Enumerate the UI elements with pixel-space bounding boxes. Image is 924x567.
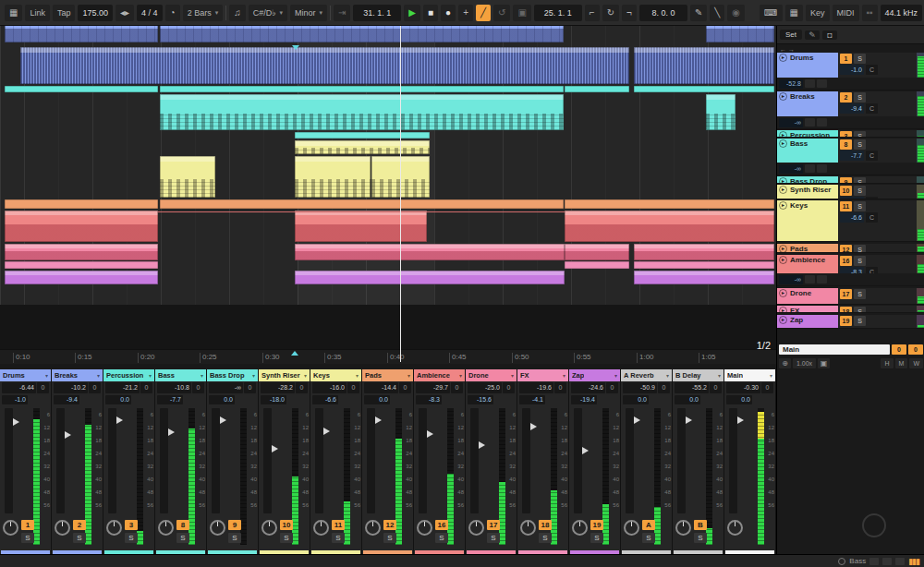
solo-button[interactable]: S	[176, 533, 189, 543]
clip-percussion-1[interactable]	[5, 86, 158, 92]
record-button[interactable]: ●	[441, 5, 456, 21]
strip-fold-icon[interactable]: ▾	[770, 372, 772, 379]
zoom-preset-m[interactable]: M	[895, 358, 908, 368]
track-name-area[interactable]: ▸ Breaks	[777, 91, 838, 116]
volume-fader-handle[interactable]	[686, 416, 692, 424]
volume-fader-handle[interactable]	[65, 431, 71, 439]
pad-overlay-icon[interactable]: ▦	[785, 5, 803, 21]
back-arrow-icon[interactable]: ←	[780, 46, 786, 53]
volume-fader-handle[interactable]	[168, 428, 175, 436]
strip-fold-icon[interactable]: ▾	[201, 372, 203, 379]
peak-level-value[interactable]: -25.0	[468, 382, 502, 393]
track-name-area[interactable]: ▸ Drums	[777, 53, 838, 78]
overdub-icon[interactable]: +	[458, 5, 473, 21]
track-activator-button[interactable]: 3	[840, 131, 852, 138]
track-activator-button[interactable]: 16	[435, 520, 448, 530]
solo-button[interactable]: S	[854, 245, 866, 253]
pan-display[interactable]: 0	[347, 382, 359, 393]
clip-keys-2[interactable]	[295, 156, 371, 198]
time-ruler-marker[interactable]	[291, 351, 298, 356]
pan-knob[interactable]	[417, 520, 432, 536]
solo-button[interactable]: S	[854, 256, 866, 266]
solo-button[interactable]: S	[383, 533, 396, 543]
fader-value[interactable]: 0.0	[623, 395, 649, 404]
strip-header[interactable]: B Delay ▾	[673, 369, 723, 381]
solo-button[interactable]: S	[854, 316, 866, 326]
strip-header[interactable]: Percussion ▾	[103, 369, 154, 381]
volume-fader-lane[interactable]	[419, 408, 427, 513]
track-activator-button[interactable]: 3	[125, 520, 138, 530]
fader-value[interactable]: 0.0	[209, 395, 235, 404]
main-badge-1[interactable]: 0	[892, 344, 906, 355]
capture-midi-icon[interactable]: ◉	[727, 5, 745, 21]
volume-fader-lane[interactable]	[729, 408, 737, 513]
clip-ambience-3[interactable]	[565, 211, 774, 242]
clip-bass-1[interactable]	[160, 94, 564, 130]
track-fold-icon[interactable]: ▸	[779, 139, 787, 148]
pan-knob[interactable]	[210, 520, 225, 536]
peak-level-value[interactable]: -24.6	[571, 382, 605, 393]
track-fold-icon[interactable]: ▸	[779, 54, 787, 62]
clip-ambience-2[interactable]	[295, 211, 427, 242]
clip-zap-2[interactable]	[295, 271, 565, 284]
solo-button[interactable]: S	[125, 533, 138, 543]
pan-display[interactable]: 0	[554, 382, 566, 393]
tap-tempo-button[interactable]: Tap	[53, 5, 76, 21]
play-button[interactable]: ▶	[404, 5, 420, 21]
clip-percussion-3[interactable]	[565, 86, 629, 92]
solo-button[interactable]: S	[487, 533, 500, 543]
send-value[interactable]: -∞	[779, 164, 803, 174]
tempo-display[interactable]: 175.00	[78, 5, 113, 21]
performance-meter-icon[interactable]: ▮▮▮	[908, 557, 919, 566]
forward-arrow-icon[interactable]: →	[788, 46, 795, 53]
pan-display[interactable]: 0	[399, 382, 411, 393]
send-value[interactable]: -∞	[779, 275, 803, 284]
track-activator-button[interactable]: 11	[332, 520, 345, 530]
draw-mode-icon[interactable]: ✎	[690, 5, 707, 21]
pan-display[interactable]: 0	[606, 382, 618, 393]
link-button[interactable]: Link	[25, 5, 50, 21]
zoom-level[interactable]: 1.00x	[793, 358, 816, 368]
insert-marker[interactable]	[292, 45, 299, 50]
volume-fader-lane[interactable]	[212, 408, 220, 513]
pan-display[interactable]: 0	[761, 382, 773, 393]
track-activator-button[interactable]: 9	[228, 520, 241, 530]
track-name-area[interactable]: ▸ Ambience	[777, 255, 838, 273]
track-name-area[interactable]: ▸ Bass	[777, 139, 838, 163]
peak-level-value[interactable]: -16.0	[312, 382, 346, 393]
lock-icon[interactable]: ◘	[822, 30, 837, 40]
volume-fader-lane[interactable]	[574, 408, 582, 513]
slope-tool-icon[interactable]: ╲	[710, 5, 724, 21]
track-fold-icon[interactable]: ▸	[779, 131, 787, 137]
solo-button[interactable]: S	[854, 139, 866, 150]
clip-zap-1[interactable]	[5, 271, 158, 284]
track-fold-icon[interactable]: ▸	[779, 177, 787, 183]
strip-fold-icon[interactable]: ▾	[149, 372, 152, 379]
strip-header[interactable]: Main ▾	[724, 369, 775, 381]
peak-level-value[interactable]: -10.8	[157, 382, 191, 393]
strip-header[interactable]: Bass ▾	[155, 369, 206, 381]
clip-drone-1[interactable]	[5, 244, 158, 260]
track-activator-button[interactable]: 12	[840, 245, 852, 253]
loop-start-display[interactable]: 25. 1. 1	[534, 5, 582, 21]
pan-knob[interactable]	[624, 520, 639, 536]
solo-button[interactable]: S	[539, 533, 552, 543]
solo-button[interactable]: S	[280, 533, 293, 543]
main-badge-2[interactable]: 0	[908, 344, 923, 355]
pan-knob[interactable]	[158, 520, 174, 536]
re-enable-automation-icon[interactable]: ↺	[493, 5, 510, 21]
nudge-icons[interactable]: ◂▸	[116, 5, 134, 21]
track-fold-icon[interactable]: ▸	[779, 92, 787, 101]
peak-level-value[interactable]: -19.6	[519, 382, 553, 393]
pan-knob[interactable]	[572, 520, 588, 536]
solo-button[interactable]: S	[228, 533, 241, 543]
track-header-percussion[interactable]: ▸ Percussion 3 S	[777, 130, 924, 138]
solo-button[interactable]: S	[642, 533, 655, 543]
send-knob[interactable]	[805, 118, 815, 127]
computer-keyboard-icon[interactable]: ⌨	[760, 5, 782, 21]
track-volume-value[interactable]: -9.4	[840, 103, 864, 114]
track-fold-icon[interactable]: ▸	[779, 256, 787, 264]
solo-button[interactable]: S	[694, 533, 707, 543]
root-note-menu[interactable]: C#/D♭	[249, 5, 287, 21]
solo-button[interactable]: S	[854, 289, 866, 299]
